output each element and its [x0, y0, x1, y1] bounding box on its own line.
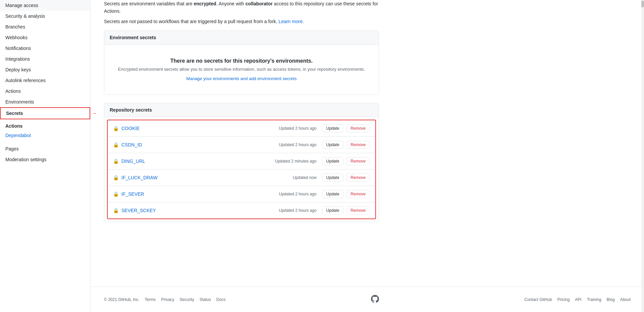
sidebar-item-autolink-references[interactable]: Autolink references: [0, 75, 90, 86]
learn-more-link[interactable]: Learn more.: [279, 19, 304, 24]
sidebar-item-pages[interactable]: Pages: [0, 143, 90, 154]
update-button-sever-sckey[interactable]: Update: [322, 206, 344, 214]
secret-updated-if-luck-draw: Updated now: [293, 175, 317, 180]
sidebar-actions-header: Actions: [0, 119, 90, 130]
secret-updated-ding-url: Updated 2 minutes ago: [275, 159, 317, 164]
sidebar-item-webhooks[interactable]: Webhooks: [0, 32, 90, 43]
secrets-highlighted-box: 🔒 COOKIE Updated 2 hours ago Update Remo…: [107, 120, 376, 219]
footer-training-link[interactable]: Training: [587, 297, 601, 302]
update-button-if-luck-draw[interactable]: Update: [322, 174, 344, 182]
secret-name-cookie: COOKIE: [121, 126, 279, 131]
sidebar-item-dependabot[interactable]: Dependabot: [0, 130, 90, 141]
secret-name-csdn-id: CSDN_ID: [121, 142, 279, 147]
secret-row-if-sever: 🔒 IF_SEVER Updated 2 hours ago Update Re…: [108, 186, 375, 202]
update-button-if-sever[interactable]: Update: [322, 190, 344, 198]
empty-state-desc: Encrypted environment secrets allow you …: [111, 67, 372, 72]
footer-right: Contact GitHub Pricing API Training Blog…: [525, 297, 631, 302]
environment-secrets-header: Environment secrets: [104, 31, 379, 45]
intro-text: Secrets are environment variables that a…: [104, 0, 379, 25]
update-button-cookie[interactable]: Update: [322, 124, 344, 132]
environment-secrets-empty-state: There are no secrets for this repository…: [104, 45, 379, 95]
sidebar-item-manage-access[interactable]: Manage access: [0, 0, 90, 11]
update-button-ding-url[interactable]: Update: [322, 157, 344, 165]
sidebar-item-environments[interactable]: Environments: [0, 97, 90, 107]
sidebar-item-deploy-keys[interactable]: Deploy keys: [0, 64, 90, 75]
secret-actions-sever-sckey: Update Remove: [322, 206, 370, 214]
lock-icon: 🔒: [113, 159, 119, 164]
secret-row-ding-url: 🔒 DING_URL Updated 2 minutes ago Update …: [108, 153, 375, 170]
secrets-list: 🔒 COOKIE Updated 2 hours ago Update Remo…: [108, 120, 375, 219]
copyright: © 2021 GitHub, Inc.: [104, 297, 140, 302]
main-content: Secrets are environment variables that a…: [91, 0, 392, 287]
footer-security-link[interactable]: Security: [180, 297, 194, 302]
repository-secrets-header: Repository secrets: [104, 103, 379, 117]
footer-blog-link[interactable]: Blog: [607, 297, 615, 302]
secret-updated-cookie: Updated 2 hours ago: [279, 126, 317, 131]
sidebar-item-integrations[interactable]: Integrations: [0, 54, 90, 64]
secret-name-sever-sckey: SEVER_SCKEY: [121, 208, 279, 213]
secret-actions-if-sever: Update Remove: [322, 190, 370, 198]
sidebar-item-security-analysis[interactable]: Security & analysis: [0, 11, 90, 21]
scrollbar-thumb[interactable]: [641, 1, 644, 7]
sidebar-item-actions[interactable]: Actions: [0, 86, 90, 97]
secret-row-sever-sckey: 🔒 SEVER_SCKEY Updated 2 hours ago Update…: [108, 202, 375, 219]
secret-actions-cookie: Update Remove: [322, 124, 370, 132]
footer-privacy-link[interactable]: Privacy: [161, 297, 174, 302]
lock-icon: 🔒: [113, 175, 119, 180]
footer-left: © 2021 GitHub, Inc. Terms Privacy Securi…: [104, 297, 225, 302]
footer: © 2021 GitHub, Inc. Terms Privacy Securi…: [91, 287, 644, 312]
lock-icon: 🔒: [113, 191, 119, 197]
secret-actions-ding-url: Update Remove: [322, 157, 370, 165]
sidebar-item-moderation-settings[interactable]: Moderation settings: [0, 154, 90, 165]
footer-pricing-link[interactable]: Pricing: [557, 297, 570, 302]
environment-secrets-section: Environment secrets There are no secrets…: [104, 30, 379, 95]
update-button-csdn-id[interactable]: Update: [322, 141, 344, 149]
footer-terms-link[interactable]: Terms: [145, 297, 156, 302]
footer-about-link[interactable]: About: [620, 297, 631, 302]
sidebar-item-secrets[interactable]: Secrets →: [0, 107, 90, 119]
secret-name-if-luck-draw: IF_LUCK_DRAW: [121, 175, 293, 180]
secret-actions-csdn-id: Update Remove: [322, 141, 370, 149]
sidebar-item-notifications[interactable]: Notifications: [0, 43, 90, 54]
repository-secrets-section: Repository secrets 🔒 COOKIE Updated 2 ho…: [104, 103, 379, 222]
footer-api-link[interactable]: API: [575, 297, 581, 302]
lock-icon: 🔒: [113, 126, 119, 131]
secret-updated-sever-sckey: Updated 2 hours ago: [279, 208, 317, 213]
remove-button-ding-url[interactable]: Remove: [346, 157, 370, 165]
lock-icon: 🔒: [113, 208, 119, 213]
footer-docs-link[interactable]: Docs: [216, 297, 225, 302]
secret-updated-csdn-id: Updated 2 hours ago: [279, 142, 317, 147]
empty-state-title: There are no secrets for this repository…: [111, 58, 372, 64]
secret-row-csdn-id: 🔒 CSDN_ID Updated 2 hours ago Update Rem…: [108, 137, 375, 153]
secret-name-ding-url: DING_URL: [121, 159, 275, 164]
secret-row-cookie: 🔒 COOKIE Updated 2 hours ago Update Remo…: [108, 120, 375, 137]
secret-name-if-sever: IF_SEVER: [121, 191, 279, 197]
secret-row-if-luck-draw: 🔒 IF_LUCK_DRAW Updated now Update Remove: [108, 170, 375, 186]
footer-contact-link[interactable]: Contact GitHub: [525, 297, 552, 302]
lock-icon: 🔒: [113, 142, 119, 147]
scrollbar[interactable]: [641, 0, 644, 312]
sidebar-item-branches[interactable]: Branches: [0, 21, 90, 32]
remove-button-if-sever[interactable]: Remove: [346, 190, 370, 198]
sidebar: Manage access Security & analysis Branch…: [0, 0, 91, 312]
manage-environments-link[interactable]: Manage your environments and add environ…: [186, 76, 297, 81]
active-arrow-icon: →: [92, 110, 97, 116]
secret-updated-if-sever: Updated 2 hours ago: [279, 192, 317, 196]
remove-button-if-luck-draw[interactable]: Remove: [346, 174, 370, 182]
secret-actions-if-luck-draw: Update Remove: [322, 174, 370, 182]
remove-button-sever-sckey[interactable]: Remove: [346, 206, 370, 214]
remove-button-cookie[interactable]: Remove: [346, 124, 370, 132]
footer-logo: [371, 295, 379, 304]
remove-button-csdn-id[interactable]: Remove: [346, 141, 370, 149]
footer-status-link[interactable]: Status: [200, 297, 211, 302]
